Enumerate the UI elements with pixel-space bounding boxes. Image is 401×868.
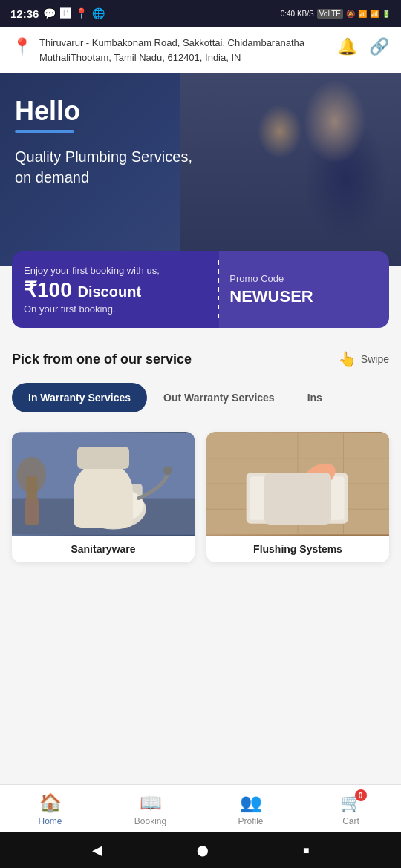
services-section: Pick from one of our service 👆 Swipe In …: [0, 328, 401, 570]
svg-point-3: [17, 457, 46, 493]
status-bar: 12:36 💬 🅿 📍 🌐 0:40 KB/S VoLTE 🔕 📶 📶 🔋: [0, 0, 401, 27]
discount-label: Discount: [78, 283, 142, 300]
messenger-icon: 💬: [43, 7, 56, 19]
promo-code-label: Promo Code: [229, 273, 284, 284]
signal-icon: 📶: [370, 10, 379, 18]
wifi-icon: 📶: [358, 10, 367, 18]
svg-rect-16: [250, 476, 345, 520]
home-icon: 🏠: [39, 792, 62, 813]
service-cards-grid: Sanitaryware: [12, 432, 389, 562]
flushing-label: Flushing Systems: [206, 536, 389, 562]
hero-content: Hello Quality Plumbing Services,on deman…: [0, 73, 401, 203]
nav-booking[interactable]: 📖 Booking: [100, 785, 200, 832]
time-display: 12:36: [10, 7, 39, 20]
bottom-spacer: [0, 570, 401, 666]
app-icon-2: 📍: [75, 7, 88, 19]
home-label: Home: [38, 816, 62, 826]
promo-amount: ₹100 Discount: [24, 277, 206, 302]
svg-point-7: [163, 467, 172, 476]
promo-enjoy-text: Enjoy your first booking with us,: [24, 265, 206, 276]
swipe-gesture-icon: 👆: [338, 350, 356, 368]
app-icon-1: 🅿: [60, 7, 71, 19]
service-card-sanitaryware[interactable]: Sanitaryware: [12, 432, 195, 562]
tab-ins[interactable]: Ins: [291, 383, 339, 412]
profile-icon: 👥: [240, 792, 262, 813]
promo-left-section: Enjoy your first booking with us, ₹100 D…: [12, 251, 218, 328]
promo-on-text: On your first booking.: [24, 303, 206, 315]
vase-decoration: [25, 499, 39, 525]
svg-point-6: [83, 487, 144, 524]
status-time: 12:36 💬 🅿 📍 🌐: [10, 7, 105, 20]
services-title: Pick from one of our service: [12, 352, 192, 367]
share-icon[interactable]: 🔗: [369, 37, 389, 56]
hero-section: Hello Quality Plumbing Services,on deman…: [0, 73, 401, 266]
profile-label: Profile: [238, 816, 263, 826]
location-address: Thiruvarur - Kumbakonam Road, Sakkottai,…: [39, 36, 330, 65]
tab-out-warranty[interactable]: Out Warranty Services: [147, 383, 291, 412]
svg-point-20: [305, 469, 322, 498]
sanitaryware-label: Sanitaryware: [12, 536, 195, 562]
hero-underline-decoration: [15, 130, 74, 133]
flushing-image: [206, 432, 389, 536]
service-card-flushing[interactable]: Flushing Systems: [206, 432, 389, 562]
location-bar: 📍 Thiruvarur - Kumbakonam Road, Sakkotta…: [0, 27, 401, 73]
cart-badge: 0: [355, 789, 367, 801]
svg-point-21: [291, 482, 303, 499]
tab-in-warranty[interactable]: In Warranty Services: [12, 383, 147, 412]
svg-point-17: [284, 485, 310, 511]
globe-icon: 🌐: [92, 7, 105, 19]
swipe-button[interactable]: 👆 Swipe: [338, 350, 389, 368]
sanitaryware-image: [12, 432, 195, 536]
home-button[interactable]: ⬤: [197, 844, 209, 856]
hero-subtitle: Quality Plumbing Services,on demand: [15, 146, 386, 188]
booking-label: Booking: [134, 816, 166, 826]
recent-apps-button[interactable]: ■: [303, 844, 309, 856]
services-header: Pick from one of our service 👆 Swipe: [12, 350, 389, 368]
status-indicators: 0:40 KB/S VoLTE 🔕 📶 📶 🔋: [281, 9, 391, 19]
flush-illustration: [206, 432, 389, 536]
mute-icon: 🔕: [346, 10, 355, 18]
svg-point-18: [287, 488, 307, 508]
promo-code-value: NEWUSER: [229, 287, 313, 306]
service-tabs-container: In Warranty Services Out Warranty Servic…: [12, 383, 389, 417]
toilet-illustration: [12, 432, 195, 536]
location-actions: 🔔 🔗: [337, 37, 389, 56]
svg-rect-1: [12, 499, 195, 535]
nav-home[interactable]: 🏠 Home: [0, 785, 100, 832]
android-navigation-bar: ◀ ⬤ ■: [0, 832, 401, 868]
swipe-label: Swipe: [361, 353, 389, 365]
notification-icon[interactable]: 🔔: [337, 37, 357, 56]
cart-icon-wrapper: 🛒 0: [340, 792, 362, 813]
nav-profile[interactable]: 👥 Profile: [200, 785, 301, 832]
network-type: VoLTE: [317, 9, 343, 19]
data-speed: 0:40 KB/S: [281, 10, 314, 18]
back-button[interactable]: ◀: [92, 842, 102, 858]
bottom-navigation: 🏠 Home 📖 Booking 👥 Profile 🛒 0 Cart: [0, 784, 401, 832]
promo-right-section: Promo Code NEWUSER: [219, 251, 389, 328]
cart-label: Cart: [342, 816, 359, 826]
promo-banner: Enjoy your first booking with us, ₹100 D…: [12, 251, 389, 328]
rupee-symbol: ₹100: [24, 278, 72, 301]
location-pin-icon: 📍: [12, 37, 32, 56]
hero-greeting: Hello: [15, 96, 386, 127]
battery-icon: 🔋: [382, 10, 391, 18]
booking-icon: 📖: [140, 792, 162, 813]
nav-cart[interactable]: 🛒 0 Cart: [301, 785, 401, 832]
